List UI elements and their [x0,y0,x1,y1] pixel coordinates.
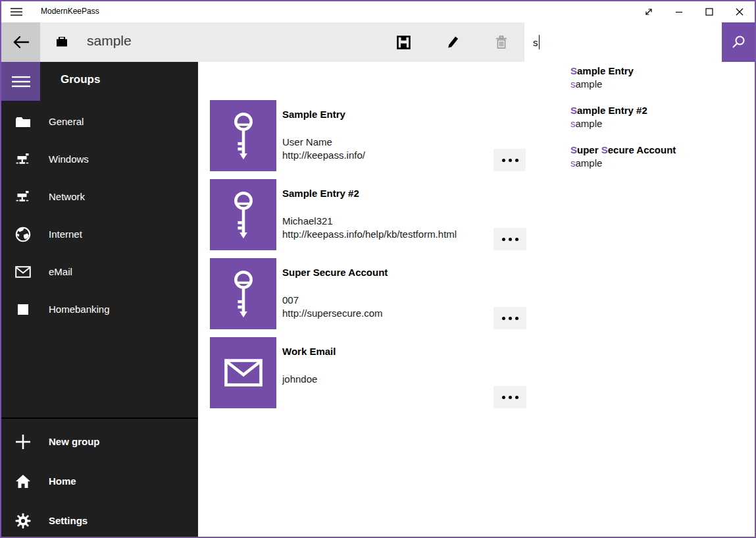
suggestion-subtitle: sample [570,157,755,170]
sidebar-item-label: General [49,113,84,130]
save-button[interactable] [388,22,419,62]
sidebar-item-label: New group [49,433,100,450]
hamburger-icon [12,75,30,88]
sidebar-item-label: Settings [49,512,88,529]
more-icon [502,159,505,162]
sidebar-item-email[interactable]: eMail [1,263,198,281]
suggestion-subtitle: sample [570,117,755,130]
search-submit-button[interactable] [722,22,755,62]
search-input[interactable]: s [524,22,722,62]
close-icon [736,8,743,16]
search-input-value: s [533,37,538,48]
more-icon [502,396,505,399]
entry-username: User Name [282,136,365,149]
maximize-icon [705,8,713,16]
sidebar-item-windows[interactable]: Windows [1,151,198,168]
database-title: sample [87,33,132,49]
sidebar-item-new-group[interactable]: New group [1,433,198,450]
search-suggestion[interactable]: Sample Entry #2 sample [526,104,755,141]
folder-icon [14,117,32,128]
network-icon [14,191,32,203]
app-window: ModernKeePass [0,0,756,538]
sidebar-item-label: eMail [49,263,72,281]
maximize-button[interactable] [694,1,724,22]
sidebar-item-network[interactable]: Network [1,188,198,205]
suggestion-title: Super Secure Account [570,144,755,157]
sidebar-item-label: Network [49,188,85,205]
network-icon [14,153,32,165]
window-title: ModernKeePass [41,7,99,16]
window-controls [634,1,755,22]
sidebar-item-internet[interactable]: Internet [1,226,198,243]
suggestion-title: Sample Entry [570,65,755,78]
entry-tile [210,337,276,408]
home-icon [14,474,32,489]
entry-title: Sample Entry [282,109,345,120]
entry-url: http://keepass.info/ [282,149,365,162]
entry-tile [210,258,276,329]
key-icon [228,270,259,317]
groups-header: Groups [61,73,100,86]
entry-row[interactable]: Sample Entry #2 Michael321 http://keepas… [210,179,526,250]
entry-row[interactable]: Super Secure Account 007 http://supersec… [210,258,526,329]
gear-icon [14,513,32,529]
more-icon [502,238,505,241]
edit-icon [446,36,459,49]
entry-url: http://keepass.info/help/kb/testform.htm… [282,228,457,241]
sidebar-item-label: Home [49,473,76,490]
entry-row[interactable]: Work Email johndoe [210,337,526,408]
entry-username: 007 [282,294,383,307]
square-icon [14,304,32,315]
more-icon [502,317,505,320]
key-icon [228,191,259,238]
entry-tile [210,179,276,250]
minimize-button[interactable] [664,1,694,22]
envelope-icon [224,359,263,387]
sidebar-item-general[interactable]: General [1,113,198,130]
search-icon [731,35,745,49]
delete-icon [495,36,507,49]
key-icon [228,112,259,159]
delete-button[interactable] [486,22,517,62]
globe-icon [14,227,32,242]
edit-button[interactable] [437,22,468,62]
fullscreen-button[interactable] [634,1,664,22]
entry-tile [210,100,276,171]
search-suggestions: Sample Entry sample Sample Entry #2 samp… [526,62,755,188]
sidebar: Groups General Windows Network Internet [1,62,198,537]
entry-more-button[interactable] [493,386,526,408]
search-suggestion[interactable]: Super Secure Account sample [526,144,755,180]
entry-url: http://supersecure.com [282,307,383,320]
sidebar-item-label: Internet [49,226,82,243]
envelope-icon [14,266,32,278]
sidebar-item-homebanking[interactable]: Homebanking [1,301,198,318]
minimize-icon [675,8,683,16]
back-button[interactable] [1,22,40,62]
save-icon [397,36,411,49]
entry-row[interactable]: Sample Entry User Name http://keepass.in… [210,100,526,171]
database-icon [56,37,68,47]
entry-more-button[interactable] [493,307,526,329]
entry-more-button[interactable] [493,149,526,171]
suggestion-title: Sample Entry #2 [570,104,755,117]
sidebar-item-label: Homebanking [49,301,110,318]
menu-icon[interactable] [11,7,22,16]
close-button[interactable] [724,1,755,22]
sidebar-item-settings[interactable]: Settings [1,512,198,529]
suggestion-subtitle: sample [570,78,755,91]
search-suggestion[interactable]: Sample Entry sample [526,65,755,101]
appbar-actions [388,22,517,62]
entry-title: Super Secure Account [282,267,388,278]
appbar: sample s [1,22,755,62]
entry-more-button[interactable] [493,228,526,250]
entry-username: Michael321 [282,215,457,228]
text-caret [539,35,540,49]
fullscreen-icon [644,7,653,16]
entry-title: Sample Entry #2 [282,188,359,199]
titlebar[interactable]: ModernKeePass [1,1,755,22]
pane-toggle-button[interactable] [1,62,40,101]
entry-username: johndoe [282,373,317,386]
sidebar-item-home[interactable]: Home [1,473,198,490]
entry-title: Work Email [282,346,336,357]
sidebar-item-label: Windows [49,151,89,168]
